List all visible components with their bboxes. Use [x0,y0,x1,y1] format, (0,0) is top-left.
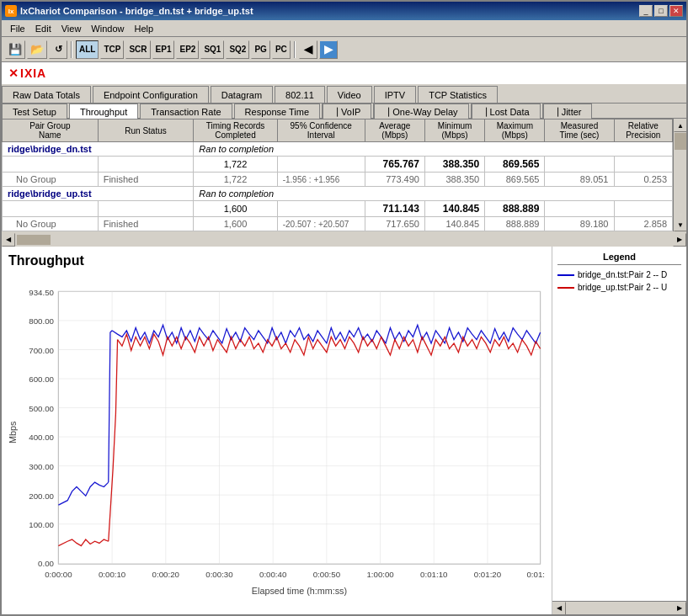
subtab-lost-data[interactable]: ❘ Lost Data [471,104,541,119]
app-icon: Ix [5,5,17,17]
header-maximum: Maximum (Mbps) [485,119,545,142]
legend-line-up [557,287,574,289]
toolbar: 💾 📂 ↺ ALL TCP SCR EP1 EP2 SQ1 SQ2 PG PC … [2,37,686,62]
sum-records: 1,600 [194,201,277,217]
toolbar-separator-1 [71,41,72,58]
tab-iptv[interactable]: IPTV [374,86,416,103]
legend-scroll-right[interactable]: ▶ [673,602,686,615]
svg-text:800.00: 800.00 [29,316,54,326]
filter-all-button[interactable]: ALL [76,40,99,59]
table-row: No Group Finished 1,600 -20.507 : +20.50… [3,217,673,231]
tab-tcp-stats[interactable]: TCP Statistics [418,86,498,103]
filter-pc-button[interactable]: PC [272,40,291,59]
menu-edit[interactable]: Edit [30,23,56,35]
hscroll-thumb[interactable] [17,235,51,245]
sum-time [545,157,614,173]
hscroll-right-button[interactable]: ▶ [673,233,686,247]
subtab-throughput[interactable]: Throughput [69,104,138,119]
legend-hscroll[interactable]: ◀ ▶ [552,601,686,614]
toolbar-separator-2 [294,41,296,58]
grp-max: 869.565 [485,173,545,187]
sum-min: 140.845 [424,201,484,217]
menu-help[interactable]: Help [129,23,158,35]
sum-status [98,157,194,173]
scroll-down-button[interactable]: ▼ [674,218,686,231]
hscroll-track [15,233,673,247]
filter-tcp-button[interactable]: TCP [100,40,124,59]
table-hscroll[interactable]: ◀ ▶ [2,233,686,247]
tab-raw-data[interactable]: Raw Data Totals [2,86,91,103]
subtab-transaction[interactable]: Transaction Rate [140,104,232,119]
subtab-oneway[interactable]: ❘ One-Way Delay [373,104,468,119]
svg-text:934.50: 934.50 [29,288,54,297]
tab-endpoint[interactable]: Endpoint Configuration [93,86,209,103]
menu-view[interactable]: View [56,23,87,35]
scroll-thumb[interactable] [675,133,686,150]
subtab-response[interactable]: Response Time [234,104,320,119]
filter-ep2-button[interactable]: EP2 [176,40,199,59]
legend-scroll-left[interactable]: ◀ [552,602,566,615]
tab-datagram[interactable]: Datagram [211,86,273,103]
close-button[interactable]: ✕ [669,5,683,17]
svg-text:Mbps: Mbps [8,422,18,443]
legend-item-dn: bridge_dn.tst:Pair 2 -- D [557,270,681,279]
chart-section: Throughput [2,247,686,614]
save-button[interactable]: 💾 [5,40,25,59]
table-vscroll[interactable]: ▲ ▼ [673,119,686,231]
sum-rel [614,201,673,217]
grp-rel: 0.253 [614,173,673,187]
svg-text:0:01:10: 0:01:10 [420,570,448,579]
grp-avg: 773.490 [365,173,424,187]
window-title: IxChariot Comparison - bridge_dn.tst + b… [20,6,253,16]
filter-sq1-button[interactable]: SQ1 [200,40,224,59]
filter-scr-button[interactable]: SCR [125,40,150,59]
table-row: 1,722 765.767 388.350 869.565 [3,157,673,173]
grp-rel: 2.858 [614,217,673,231]
grp-status: Finished [98,217,194,231]
tab-video[interactable]: Video [327,86,372,103]
legend-label-dn: bridge_dn.tst:Pair 2 -- D [578,270,667,279]
subtab-test-setup[interactable]: Test Setup [2,104,67,119]
minimize-button[interactable]: _ [639,5,653,17]
title-bar: Ix IxChariot Comparison - bridge_dn.tst … [2,2,686,20]
menu-window[interactable]: Window [86,23,129,35]
legend-line-dn [557,274,574,276]
scroll-up-button[interactable]: ▲ [674,119,686,132]
sum-conf [277,157,365,173]
table-wrapper[interactable]: Pair Group Name Run Status Timing Record… [2,119,673,231]
header-average: Average (Mbps) [365,119,424,142]
menu-file[interactable]: File [5,23,30,35]
svg-text:0:00:40: 0:00:40 [259,570,287,579]
svg-text:300.00: 300.00 [29,462,54,471]
svg-text:Elapsed time (h:mm:ss): Elapsed time (h:mm:ss) [252,586,347,596]
grp-max: 888.889 [485,217,545,231]
chart-container: 934.50 800.00 700.00 600.00 500.00 400.0… [8,272,545,611]
svg-text:700.00: 700.00 [29,346,54,355]
sum-status [98,201,194,217]
refresh-button[interactable]: ↺ [49,40,67,59]
tab-802[interactable]: 802.11 [275,86,325,103]
hscroll-left-button[interactable]: ◀ [2,233,15,247]
maximize-button[interactable]: □ [654,5,668,17]
subtab-jitter[interactable]: ❘ Jitter [542,104,593,119]
svg-text:0:00:10: 0:00:10 [99,570,126,579]
filter-sq2-button[interactable]: SQ2 [226,40,249,59]
filter-pg-button[interactable]: PG [251,40,269,59]
legend-item-up: bridge_up.tst:Pair 2 -- U [557,283,681,292]
svg-text:0:00:20: 0:00:20 [152,570,180,579]
grp-min: 140.845 [424,217,484,231]
forward-button[interactable]: ▶ [319,40,338,59]
svg-text:1:00:00: 1:00:00 [366,570,394,579]
svg-text:500.00: 500.00 [29,404,54,413]
sum-avg: 765.767 [365,157,424,173]
subtab-voip[interactable]: ❘ VoIP [322,104,371,119]
table-section: Pair Group Name Run Status Timing Record… [2,119,686,233]
table-row: No Group Finished 1,722 -1.956 : +1.956 … [3,173,673,187]
main-window: Ix IxChariot Comparison - bridge_dn.tst … [0,0,688,616]
svg-text:0:01:20: 0:01:20 [474,570,502,579]
back-button[interactable]: ◀ [299,40,317,59]
header-minimum: Minimum (Mbps) [424,119,484,142]
open-button[interactable]: 📂 [27,40,47,59]
grp-time: 89.180 [545,217,614,231]
filter-ep1-button[interactable]: EP1 [152,40,175,59]
